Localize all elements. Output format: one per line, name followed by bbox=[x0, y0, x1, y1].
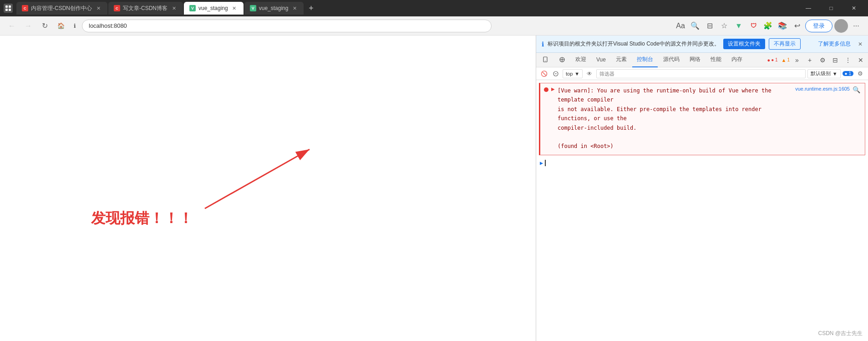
browser-window: C 内容管理-CSDN创作中心 ✕ C 写文章-CSDN博客 ✕ V vue_s… bbox=[0, 0, 868, 341]
new-tab-button[interactable]: + bbox=[305, 2, 317, 15]
browser-icon bbox=[4, 4, 13, 13]
dock-button[interactable]: ⊟ bbox=[830, 55, 841, 66]
read-mode-icon[interactable]: Aa bbox=[674, 20, 687, 32]
error-text-content: [Vue warn]: You are using the runtime-on… bbox=[558, 86, 789, 151]
svg-point-7 bbox=[545, 61, 545, 61]
tab-close-4[interactable]: ✕ bbox=[291, 5, 298, 12]
context-dropdown-value: top bbox=[566, 71, 573, 76]
favorites-icon[interactable]: ☆ bbox=[718, 20, 731, 32]
tab-favicon-1: C bbox=[22, 5, 28, 11]
cursor-triangle-icon: ▶ bbox=[540, 160, 543, 166]
clear-console-button[interactable]: 🚫 bbox=[539, 69, 549, 79]
tab-vue-staging-active[interactable]: V vue_staging ✕ bbox=[184, 2, 244, 15]
tab-sources[interactable]: 源代码 bbox=[659, 53, 684, 67]
home-button[interactable]: 🏠 bbox=[55, 20, 67, 32]
error-source-link[interactable]: vue.runtime.esm.js:1605 bbox=[795, 86, 850, 92]
tab-favicon-3: V bbox=[189, 5, 196, 11]
tab-welcome[interactable]: 欢迎 bbox=[571, 53, 591, 67]
console-toolbar: 🚫 top ▼ 👁 默认级别 ▼ ● 1 ⚙ bbox=[536, 67, 868, 80]
info-icon: ℹ bbox=[542, 41, 544, 48]
tab-elements[interactable]: 元素 bbox=[611, 53, 631, 67]
add-tab-button[interactable]: + bbox=[804, 55, 815, 66]
error-dot-icon bbox=[544, 87, 548, 92]
minimize-button[interactable]: — bbox=[798, 0, 819, 16]
info-bar: ℹ 标识项目的根文件夹以打开Visual Studio Code中的源文件并同步… bbox=[536, 36, 868, 53]
tab-device-toolbar[interactable] bbox=[538, 53, 553, 67]
filter-input[interactable] bbox=[596, 69, 806, 78]
svg-rect-0 bbox=[5, 5, 8, 8]
devtools-tabs-right: ● ● 1 ▲ 1 » + ⚙ ⊟ ⋮ ✕ bbox=[767, 55, 867, 66]
tab-inspect[interactable] bbox=[554, 53, 570, 67]
error-message-row[interactable]: ▶ [Vue warn]: You are using the runtime-… bbox=[539, 83, 865, 155]
tab-close-2[interactable]: ✕ bbox=[170, 5, 178, 12]
eye-button[interactable]: 👁 bbox=[584, 69, 594, 79]
devtools-tabs: 欢迎 Vue 元素 控制台 源代码 网络 性能 内存 ● ● 1 ▲ 1 bbox=[536, 53, 868, 67]
error-search-icon[interactable]: 🔍 bbox=[853, 86, 860, 93]
tab-vue-staging-2[interactable]: V vue_staging ✕ bbox=[244, 2, 304, 15]
tab-close-1[interactable]: ✕ bbox=[95, 5, 102, 12]
tab-csdn-content[interactable]: C 内容管理-CSDN创作中心 ✕ bbox=[16, 2, 107, 15]
more-tabs-button[interactable]: » bbox=[792, 55, 802, 66]
collections-icon[interactable]: 📚 bbox=[776, 20, 789, 32]
tab-bar: C 内容管理-CSDN创作中心 ✕ C 写文章-CSDN博客 ✕ V vue_s… bbox=[16, 2, 796, 15]
reload-button[interactable]: ↻ bbox=[38, 20, 51, 32]
toolbar-right: Aa 🔍 ⊟ ☆ ▼ 🛡 🧩 📚 ↩ 登录 ··· bbox=[674, 19, 863, 33]
info-close-button[interactable]: ✕ bbox=[858, 41, 863, 47]
window-controls: — □ ✕ bbox=[798, 0, 864, 16]
maximize-button[interactable]: □ bbox=[821, 0, 842, 16]
history-icon[interactable]: ↩ bbox=[791, 20, 803, 32]
error-annotation: 发现报错！！！ bbox=[91, 209, 193, 229]
tab-title-2: 写文章-CSDN博客 bbox=[123, 5, 168, 12]
profile-avatar[interactable] bbox=[834, 19, 848, 33]
tab-title-3: vue_staging bbox=[198, 5, 228, 11]
tab-network[interactable]: 网络 bbox=[685, 53, 705, 67]
devtools-close-button[interactable]: ✕ bbox=[855, 55, 866, 66]
address-input[interactable] bbox=[82, 20, 492, 32]
console-settings-button[interactable]: ⚙ bbox=[855, 69, 865, 79]
tab-memory[interactable]: 内存 bbox=[727, 53, 747, 67]
log-level-dropdown[interactable]: 默认级别 ▼ bbox=[807, 69, 841, 78]
tab-write-article[interactable]: C 写文章-CSDN博客 ✕ bbox=[108, 2, 183, 15]
tab-console[interactable]: 控制台 bbox=[632, 53, 658, 67]
log-level-value: 默认级别 bbox=[811, 70, 831, 77]
console-content: ▶ [Vue warn]: You are using the runtime-… bbox=[536, 80, 868, 341]
console-cursor-line[interactable]: ▶ bbox=[536, 158, 868, 168]
console-filter-toggle[interactable] bbox=[551, 69, 561, 79]
learn-more-link[interactable]: 了解更多信息 bbox=[818, 40, 851, 48]
svg-rect-1 bbox=[9, 5, 11, 8]
annotation-arrow bbox=[182, 140, 319, 213]
context-dropdown-arrow: ▼ bbox=[574, 71, 579, 76]
tab-favicon-4: V bbox=[250, 5, 256, 11]
svg-rect-2 bbox=[5, 9, 8, 11]
more-options-button[interactable]: ⋮ bbox=[843, 55, 853, 66]
log-level-arrow: ▼ bbox=[832, 71, 838, 76]
dismiss-button[interactable]: 不再显示 bbox=[769, 38, 801, 50]
login-button[interactable]: 登录 bbox=[805, 20, 832, 32]
tab-vue[interactable]: Vue bbox=[592, 53, 610, 67]
expand-triangle[interactable]: ▶ bbox=[551, 87, 555, 92]
zoom-icon[interactable]: 🔍 bbox=[689, 20, 701, 32]
forward-button[interactable]: → bbox=[22, 20, 35, 32]
main-area: 发现报错！！！ ℹ 标识项目的根文件夹以打开Visual Studio Code… bbox=[0, 36, 868, 341]
devtools-panel: ℹ 标识项目的根文件夹以打开Visual Studio Code中的源文件并同步… bbox=[536, 36, 868, 341]
split-view-icon[interactable]: ⊟ bbox=[703, 20, 716, 32]
settings-button[interactable]: ⚙ bbox=[817, 55, 828, 66]
page-content: 发现报错！！！ bbox=[0, 36, 536, 341]
address-bar: ← → ↻ 🏠 ℹ Aa 🔍 ⊟ ☆ ▼ 🛡 🧩 📚 ↩ 登录 ··· bbox=[0, 16, 868, 36]
csdn-footer: CSDN @吉士先生 bbox=[818, 330, 863, 337]
ublock-icon[interactable]: 🛡 bbox=[747, 20, 760, 32]
cursor-input[interactable] bbox=[545, 160, 546, 166]
extensions-icon[interactable]: 🧩 bbox=[761, 20, 774, 32]
context-dropdown[interactable]: top ▼ bbox=[563, 69, 583, 78]
settings-more-icon[interactable]: ··· bbox=[850, 20, 863, 32]
back-button[interactable]: ← bbox=[5, 20, 18, 32]
vue-devtools-icon[interactable]: ▼ bbox=[732, 20, 745, 32]
security-icon: ℹ bbox=[71, 22, 78, 30]
svg-rect-3 bbox=[9, 9, 11, 11]
tab-close-3[interactable]: ✕ bbox=[231, 5, 238, 12]
set-root-button[interactable]: 设置根文件夹 bbox=[723, 39, 765, 49]
tab-performance[interactable]: 性能 bbox=[706, 53, 726, 67]
error-badge: ● ● 1 bbox=[767, 57, 778, 63]
title-bar: C 内容管理-CSDN创作中心 ✕ C 写文章-CSDN博客 ✕ V vue_s… bbox=[0, 0, 868, 16]
close-button[interactable]: ✕ bbox=[843, 0, 864, 16]
